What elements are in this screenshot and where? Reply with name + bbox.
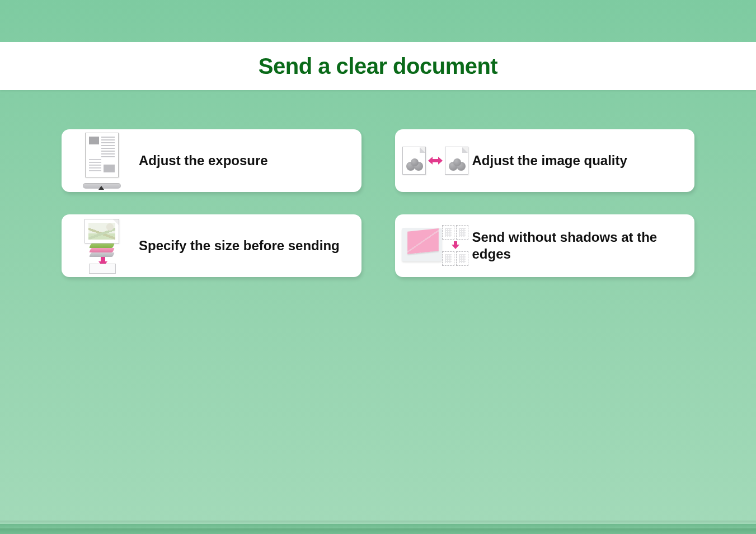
- page-title: Send a clear document: [259, 54, 497, 79]
- exposure-icon: [68, 133, 135, 189]
- option-adjust-image-quality[interactable]: Adjust the image quality: [395, 129, 695, 192]
- option-label: Specify the size before sending: [135, 237, 350, 254]
- footer-decoration: [0, 514, 756, 534]
- option-adjust-exposure[interactable]: Adjust the exposure: [62, 129, 361, 192]
- page-title-band: Send a clear document: [0, 42, 756, 90]
- option-label: Adjust the image quality: [469, 152, 684, 169]
- option-no-edge-shadows[interactable]: Send without shadows at the edges: [395, 214, 695, 277]
- header-spacer: [0, 0, 756, 42]
- option-specify-size[interactable]: Specify the size before sending: [62, 214, 361, 277]
- option-label: Adjust the exposure: [135, 152, 350, 169]
- option-label: Send without shadows at the edges: [469, 229, 684, 263]
- options-grid: Adjust the exposure: [0, 90, 756, 277]
- specify-size-icon: [68, 218, 135, 274]
- image-quality-icon: [402, 133, 469, 189]
- edge-shadows-icon: [402, 218, 469, 274]
